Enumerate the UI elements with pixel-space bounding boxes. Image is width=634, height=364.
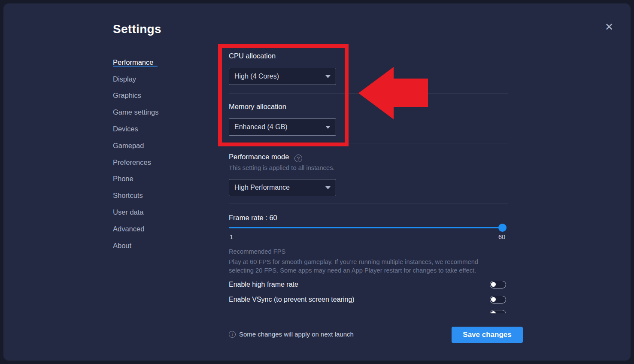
vsync-toggle[interactable] — [490, 296, 506, 303]
recommended-fps-title: Recommended FPS — [229, 248, 285, 255]
sidebar-item-devices[interactable]: Devices — [113, 121, 199, 137]
frame-rate-max: 60 — [498, 234, 505, 240]
performance-mode-dropdown[interactable]: High Performance — [229, 179, 336, 196]
sidebar-item-game-settings[interactable]: Game settings — [113, 104, 199, 121]
toggle-knob — [491, 282, 496, 287]
sidebar: Performance Display Graphics Game settin… — [113, 54, 199, 254]
sidebar-item-display[interactable]: Display — [113, 71, 199, 88]
sidebar-item-preferences[interactable]: Preferences — [113, 154, 199, 171]
sidebar-item-graphics[interactable]: Graphics — [113, 88, 199, 104]
info-icon: i — [229, 331, 236, 338]
memory-allocation-value: Enhanced (4 GB) — [234, 123, 288, 131]
frame-rate-label: Frame rate : 60 — [229, 214, 277, 222]
sidebar-item-user-data[interactable]: User data — [113, 204, 199, 221]
divider — [229, 143, 508, 143]
performance-mode-value: High Performance — [234, 184, 290, 191]
toggle-knob — [491, 311, 496, 313]
active-tab-underline — [113, 66, 158, 67]
performance-settings-panel: CPU allocation High (4 Cores) Memory all… — [229, 0, 508, 364]
page-title: Settings — [113, 22, 161, 36]
memory-allocation-dropdown[interactable]: Enhanced (4 GB) — [229, 118, 336, 136]
performance-mode-label: Performance mode ? — [229, 153, 302, 162]
sidebar-item-shortcuts[interactable]: Shortcuts — [113, 187, 199, 204]
save-changes-button[interactable]: Save changes — [452, 327, 523, 343]
chevron-down-icon — [325, 126, 331, 129]
settings-screen: Settings ✕ Performance Display Graphics … — [0, 0, 634, 364]
close-icon[interactable]: ✕ — [603, 21, 616, 33]
sidebar-item-about[interactable]: About — [113, 237, 199, 254]
high-frame-rate-toggle[interactable] — [490, 281, 506, 288]
cpu-allocation-label: CPU allocation — [229, 52, 276, 60]
frame-rate-slider-thumb[interactable] — [498, 224, 507, 232]
sidebar-item-gamepad[interactable]: Gamepad — [113, 137, 199, 154]
clipped-toggle[interactable] — [490, 310, 506, 313]
sidebar-item-phone[interactable]: Phone — [113, 171, 199, 188]
recommended-fps-body: Play at 60 FPS for smooth gameplay. If y… — [229, 258, 504, 275]
vsync-toggle-label: Enable VSync (to prevent screen tearing) — [229, 296, 355, 303]
frame-rate-min: 1 — [230, 234, 233, 240]
footer-notice: i Some changes will apply on next launch — [229, 331, 354, 338]
frame-rate-slider[interactable] — [229, 227, 507, 228]
toggle-knob — [491, 297, 496, 302]
divider — [229, 203, 508, 203]
chevron-down-icon — [325, 75, 331, 78]
high-frame-rate-toggle-label: Enable high frame rate — [229, 281, 298, 288]
help-icon[interactable]: ? — [294, 155, 302, 162]
footer-notice-text: Some changes will apply on next launch — [239, 331, 354, 338]
memory-allocation-label: Memory allocation — [229, 103, 286, 111]
divider — [229, 93, 508, 94]
sidebar-item-advanced[interactable]: Advanced — [113, 221, 199, 237]
cpu-allocation-dropdown[interactable]: High (4 Cores) — [229, 68, 336, 85]
chevron-down-icon — [325, 186, 331, 189]
sidebar-item-performance[interactable]: Performance — [113, 54, 199, 71]
performance-mode-help-text: This setting is applied to all instances… — [229, 164, 335, 171]
cpu-allocation-value: High (4 Cores) — [234, 73, 279, 80]
